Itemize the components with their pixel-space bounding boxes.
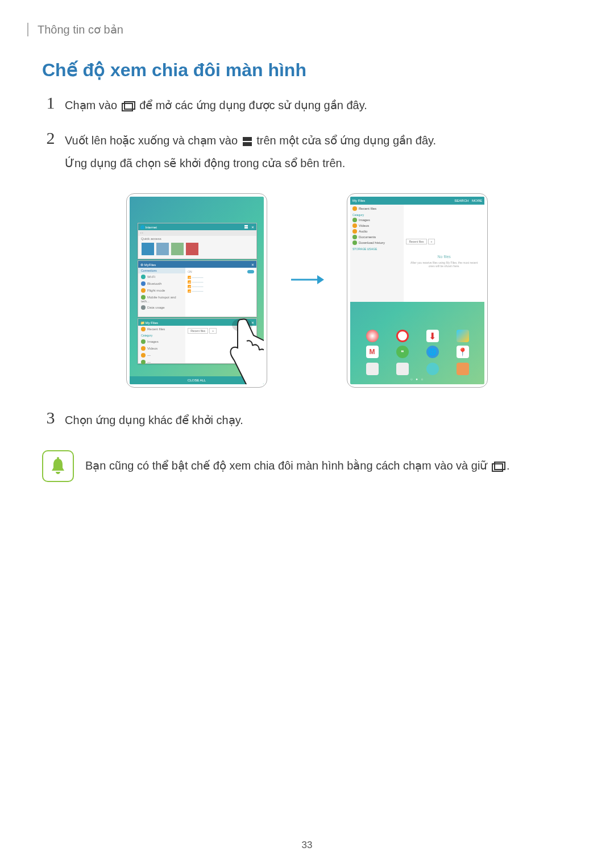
maps-icon[interactable]: 📍 xyxy=(457,346,469,358)
svg-rect-4 xyxy=(244,225,248,227)
sidebar-item: Videos xyxy=(352,223,401,229)
sidebar-heading: Connections xyxy=(138,268,185,273)
recent-app-card-internet: 🌐 Internet ✕ ‹ › Quick access xyxy=(138,223,257,259)
svg-rect-2 xyxy=(243,137,252,141)
search-action[interactable]: SEARCH xyxy=(454,199,468,202)
step1-pre: Chạm vào xyxy=(65,99,121,111)
empty-title: No files xyxy=(438,255,451,259)
list-item: Mobile hotspot and teth... xyxy=(138,294,185,304)
hangouts-icon[interactable]: ❝ xyxy=(396,346,409,358)
step-number: 3 xyxy=(42,409,59,426)
content-pane: Recent files + No files After you receiv… xyxy=(404,205,484,302)
svg-rect-1 xyxy=(125,102,135,109)
arrow-right-icon xyxy=(290,273,324,289)
svg-marker-10 xyxy=(317,275,324,284)
step2-line1-pre: Vuốt lên hoặc xuống và chạm vào xyxy=(65,134,241,147)
list-item: Videos xyxy=(138,345,185,352)
step-body: Vuốt lên hoặc xuống và chạm vào trên một… xyxy=(65,131,572,176)
card-title: Internet xyxy=(146,226,157,229)
list-item: — xyxy=(138,359,185,366)
svg-rect-3 xyxy=(243,142,252,146)
app-row-1: ⬇ xyxy=(357,330,478,342)
note-text: Bạn cũng có thể bật chế độ xem chia đôi … xyxy=(85,450,509,475)
breadcrumb-area: Thông tin cơ bản xyxy=(27,23,572,36)
list-item: Wi-Fi xyxy=(138,273,185,280)
app-icon[interactable]: ⬇ xyxy=(426,330,439,342)
dock-icon[interactable] xyxy=(426,363,439,375)
hand-pointer-icon xyxy=(219,308,264,384)
list-item: Images xyxy=(138,338,185,345)
sidebar-category: STORAGE USAGE xyxy=(352,247,401,251)
svg-rect-12 xyxy=(492,464,503,471)
sidebar: Recent files Category Images Videos Audi… xyxy=(350,205,404,302)
step-body: Chạm vào để mở các ứng dụng được sử dụng… xyxy=(65,95,572,118)
recent-apps-icon xyxy=(492,462,505,472)
list-item: Data usage xyxy=(138,304,185,311)
dock-icon[interactable] xyxy=(457,363,469,375)
sidebar-item: Recent files xyxy=(352,206,401,211)
card-actions: ✕ xyxy=(244,225,254,229)
note-pre: Bạn cũng có thể bật chế độ xem chia đôi … xyxy=(85,459,491,472)
thumbnails xyxy=(138,242,256,257)
tab-bar: Recent files + xyxy=(406,239,435,244)
svg-point-11 xyxy=(57,457,59,459)
right-tablet: My Files SEARCH MORE Recent files Catego… xyxy=(347,193,488,388)
sidebar-item: Documents xyxy=(352,234,401,240)
sidebar-item: Images xyxy=(352,217,401,223)
card-title: My Files xyxy=(146,321,158,325)
header-title: My Files xyxy=(352,199,365,202)
dock-icon[interactable] xyxy=(396,363,409,375)
step-number: 2 xyxy=(42,130,59,147)
page: Thông tin cơ bản Chế độ xem chia đôi màn… xyxy=(0,0,614,868)
step1-post: để mở các ứng dụng được sử dụng gần đây. xyxy=(139,99,367,111)
step-2: 2 Vuốt lên hoặc xuống và chạm vào trên m… xyxy=(42,131,572,176)
section-title: Chế độ xem chia đôi màn hình xyxy=(42,59,572,81)
note-post: . xyxy=(507,459,510,472)
gmail-icon[interactable]: M xyxy=(366,346,379,358)
card-title: MyFiles xyxy=(144,263,156,267)
category-label: Category xyxy=(138,333,185,338)
step-body: Chọn ứng dụng khác để khởi chạy. xyxy=(65,410,572,433)
step2-line2: Ứng dụng đã chọn sẽ khởi động trong cửa … xyxy=(65,153,572,173)
list-item: Flight mode xyxy=(138,287,185,294)
quick-access-label: Quick access xyxy=(138,236,256,242)
app-row-2: M ❝ 🌐 📍 xyxy=(357,346,478,358)
dock xyxy=(357,363,478,375)
step-1: 1 Chạm vào để mở các ứng dụng được sử dụ… xyxy=(42,95,572,118)
app-icon[interactable] xyxy=(457,330,469,342)
svg-rect-0 xyxy=(122,103,132,111)
add-tab[interactable]: + xyxy=(428,239,435,244)
close-icon[interactable]: ✕ xyxy=(251,263,254,267)
svg-rect-13 xyxy=(495,462,505,470)
more-action[interactable]: MORE xyxy=(472,199,482,202)
split-screen-icon[interactable] xyxy=(244,225,248,229)
page-number: 33 xyxy=(0,840,614,851)
right-tablet-screen: My Files SEARCH MORE Recent files Catego… xyxy=(350,197,484,384)
left-tablet-screen: 🌐 Internet ✕ ‹ › Quick access xyxy=(130,197,264,384)
bell-icon xyxy=(42,450,74,482)
top-pane: My Files SEARCH MORE Recent files Catego… xyxy=(350,197,484,302)
step3-text: Chọn ứng dụng khác để khởi chạy. xyxy=(65,410,572,430)
browser-icon[interactable]: 🌐 xyxy=(426,346,439,358)
bottom-pane: ⬇ M ❝ 🌐 📍 ○ ● ○ xyxy=(350,302,484,384)
sidebar-category: Category xyxy=(352,213,401,217)
sidebar-item: Download history xyxy=(352,240,401,246)
empty-subtitle: After you receive files using My Files, … xyxy=(406,261,482,268)
svg-rect-5 xyxy=(244,227,248,229)
step-3: 3 Chọn ứng dụng khác để khởi chạy. xyxy=(42,410,572,433)
split-screen-icon xyxy=(242,136,252,147)
card-header: 🌐 Internet ✕ xyxy=(138,223,256,230)
dock-icon[interactable] xyxy=(366,363,379,375)
list-item: Bluetooth xyxy=(138,280,185,287)
header-actions: SEARCH MORE xyxy=(454,199,482,202)
sidebar-item: Audio xyxy=(352,229,401,234)
breadcrumb: Thông tin cơ bản xyxy=(38,23,123,36)
tab[interactable]: Recent files xyxy=(406,239,426,244)
chrome-icon[interactable] xyxy=(366,330,379,342)
list-item: — xyxy=(138,352,185,359)
note-box: Bạn cũng có thể bật chế độ xem chia đôi … xyxy=(42,450,572,482)
app-icon[interactable] xyxy=(396,330,409,342)
top-pane-header: My Files SEARCH MORE xyxy=(350,197,484,205)
close-icon[interactable]: ✕ xyxy=(251,226,254,229)
step-number: 1 xyxy=(42,94,59,111)
